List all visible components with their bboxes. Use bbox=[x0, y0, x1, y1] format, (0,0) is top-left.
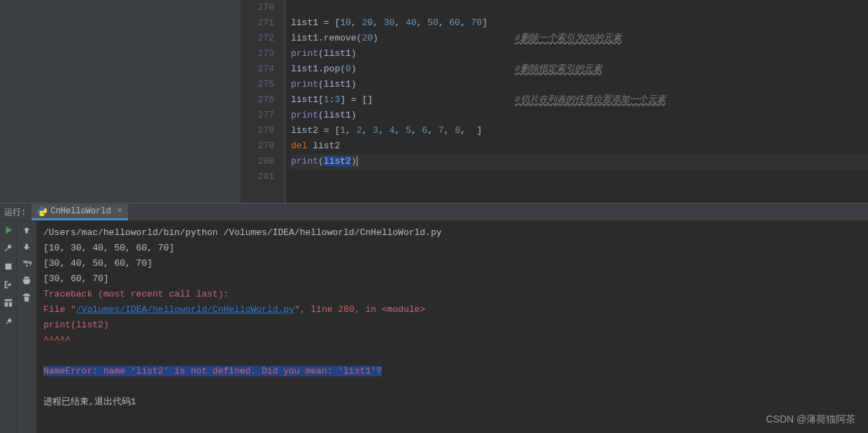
line-number: 281 bbox=[241, 169, 274, 185]
console-name-error: NameError: name 'list2' is not defined. … bbox=[43, 364, 861, 379]
stop-icon[interactable] bbox=[3, 262, 13, 271]
line-number: 271 bbox=[241, 15, 274, 31]
editor-area: 270271272273274275276277278279280281 lis… bbox=[0, 0, 868, 203]
console-caret: ^^^^^ bbox=[43, 333, 861, 348]
code-line: print(list1) bbox=[291, 77, 868, 92]
code-line bbox=[291, 0, 868, 15]
console-line: /Users/mac/helloworld/bin/python /Volume… bbox=[43, 225, 861, 241]
watermark: CSDN @薄荷猫阿茶 bbox=[766, 413, 855, 426]
code-line: print(list1) bbox=[291, 46, 868, 62]
run-toolbar-left bbox=[0, 221, 17, 433]
wrap-icon[interactable] bbox=[22, 259, 31, 269]
console-line: [10, 30, 40, 50, 60, 70] bbox=[43, 241, 861, 256]
console-line: [30, 60, 70] bbox=[43, 271, 861, 287]
run-header: 运行: CnHelloWorld × bbox=[0, 204, 868, 221]
code-line: print(list1) bbox=[291, 108, 868, 123]
console-exit: 进程已结束,退出代码1 bbox=[43, 395, 861, 410]
svg-rect-0 bbox=[5, 264, 11, 270]
code-line: list1[1:3] = []#切片在列表的任意位置添加一个元素 bbox=[291, 92, 868, 108]
line-number: 278 bbox=[241, 123, 274, 139]
close-icon[interactable]: × bbox=[118, 206, 122, 216]
print-icon[interactable] bbox=[22, 276, 31, 285]
python-icon bbox=[37, 206, 47, 216]
exit-icon[interactable] bbox=[3, 280, 13, 290]
code-line: list2 = [1, 2, 3, 4, 5, 6, 7, 8, ] bbox=[291, 123, 868, 139]
line-number: 280 bbox=[241, 154, 274, 169]
console-output[interactable]: /Users/mac/helloworld/bin/python /Volume… bbox=[36, 221, 868, 433]
line-number: 276 bbox=[241, 92, 274, 108]
run-panel: 运行: CnHelloWorld × bbox=[0, 203, 868, 433]
console-traceback: Traceback (most recent call last): bbox=[43, 287, 861, 302]
console-file-line: File "/Volumes/IDEA/helloworld/CnHelloWo… bbox=[43, 302, 861, 318]
code-editor[interactable]: list1 = [10, 20, 30, 40, 50, 60, 70] lis… bbox=[285, 0, 868, 203]
file-link[interactable]: /Volumes/IDEA/helloworld/CnHelloWorld.py bbox=[76, 304, 294, 315]
line-number: 275 bbox=[241, 77, 274, 92]
line-number: 273 bbox=[241, 46, 274, 62]
run-toolbar-second bbox=[17, 221, 36, 433]
pin-icon[interactable] bbox=[3, 316, 13, 326]
code-line: list1.remove(20)#删除一个索引为20的元素 bbox=[291, 31, 868, 46]
console-line: [30, 40, 50, 60, 70] bbox=[43, 256, 861, 271]
line-number: 279 bbox=[241, 139, 274, 154]
console-err-source: print(list2) bbox=[43, 318, 861, 333]
layout-icon[interactable] bbox=[3, 298, 13, 308]
line-number: 272 bbox=[241, 31, 274, 46]
project-panel[interactable] bbox=[0, 0, 241, 203]
line-number: 270 bbox=[241, 0, 274, 15]
rerun-icon[interactable] bbox=[3, 225, 13, 235]
code-line bbox=[291, 169, 868, 185]
console-blank bbox=[43, 379, 861, 395]
wrench-icon[interactable] bbox=[3, 243, 13, 253]
code-line: list1 = [10, 20, 30, 40, 50, 60, 70] bbox=[291, 15, 868, 31]
line-number: 277 bbox=[241, 108, 274, 123]
run-tab-label: CnHelloWorld bbox=[50, 206, 111, 216]
trash-icon[interactable] bbox=[22, 292, 31, 302]
line-number: 274 bbox=[241, 62, 274, 77]
console-blank bbox=[43, 348, 861, 364]
code-line: del list2 bbox=[291, 139, 868, 154]
run-tab[interactable]: CnHelloWorld × bbox=[31, 204, 128, 220]
code-line: list1.pop(0)#删除指定索引的元素 bbox=[291, 62, 868, 77]
up-arrow-icon[interactable] bbox=[22, 225, 31, 235]
line-gutter: 270271272273274275276277278279280281 bbox=[241, 0, 285, 203]
down-arrow-icon[interactable] bbox=[22, 242, 31, 252]
run-label: 运行: bbox=[4, 206, 26, 218]
code-line-current: print(list2) bbox=[291, 154, 868, 169]
